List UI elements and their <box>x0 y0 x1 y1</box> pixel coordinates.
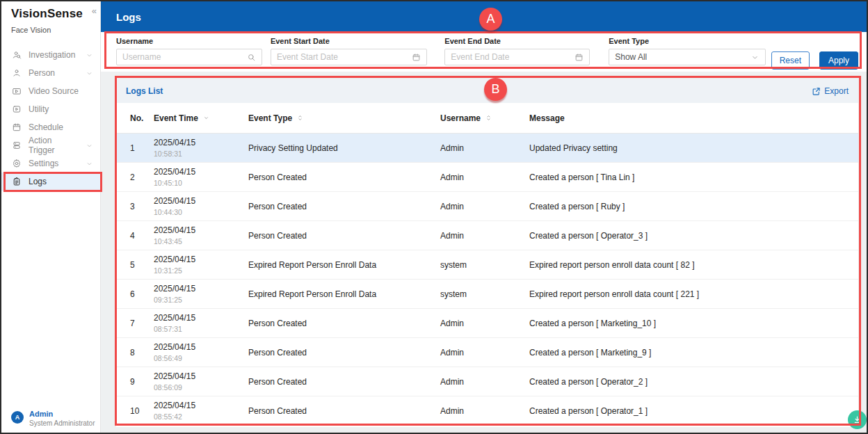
table-row[interactable]: 2 2025/04/15 10:45:10 Person Created Adm… <box>116 163 858 192</box>
row-number: 5 <box>130 260 154 270</box>
filter-bar: Username Event Start Date Event End Date <box>101 32 867 72</box>
event-clock: 08:57:31 <box>154 325 241 333</box>
main-content: Logs Username Event Start Date Event End… <box>101 1 867 433</box>
event-clock: 08:56:49 <box>154 354 241 362</box>
row-number: 4 <box>130 231 154 241</box>
username-label: Username <box>116 37 262 45</box>
event-clock: 10:31:25 <box>154 266 241 275</box>
table-row[interactable]: 1 2025/04/15 10:58:31 Privacy Setting Up… <box>116 134 858 163</box>
table-row[interactable]: 7 2025/04/15 08:57:31 Person Created Adm… <box>116 309 858 338</box>
table-row[interactable]: 8 2025/04/15 08:56:49 Person Created Adm… <box>116 338 858 367</box>
chevron-down-icon <box>86 160 93 168</box>
message-cell: Expired report person enroll data count … <box>529 260 849 270</box>
username-cell: system <box>440 289 529 299</box>
event-clock: 10:43:45 <box>154 237 241 246</box>
table-row[interactable]: 5 2025/04/15 10:31:25 Expired Report Per… <box>116 250 858 280</box>
column-header-event-type[interactable]: Event Type <box>248 113 440 123</box>
event-type-cell: Expired Report Person Enroll Data <box>248 260 440 270</box>
table-row[interactable]: 6 2025/04/15 09:31:25 Expired Report Per… <box>116 280 858 309</box>
event-clock: 10:45:10 <box>154 179 241 187</box>
search-icon <box>247 53 256 62</box>
logs-list-header: Logs List Export <box>116 79 858 103</box>
event-type-cell: Person Created <box>248 172 440 182</box>
user-account[interactable]: A Admin System Administrator <box>11 410 95 427</box>
filter-end-date: Event End Date <box>444 37 590 72</box>
event-date: 2025/04/15 <box>154 401 241 410</box>
filter-start-date: Event Start Date <box>271 37 427 72</box>
table-row[interactable]: 9 2025/04/15 08:56:09 Person Created Adm… <box>116 367 858 396</box>
row-number: 2 <box>130 172 154 182</box>
event-time-cell: 2025/04/15 10:45:10 <box>154 167 248 187</box>
event-date: 2025/04/15 <box>154 225 241 235</box>
sort-both-icon <box>296 113 304 122</box>
event-time-cell: 2025/04/15 08:57:31 <box>154 313 248 333</box>
username-cell: Admin <box>440 143 529 153</box>
sidebar-item-schedule[interactable]: Schedule <box>1 118 100 136</box>
sidebar-item-action-trigger[interactable]: Action Trigger <box>1 136 100 154</box>
table-row[interactable]: 4 2025/04/15 10:43:45 Person Created Adm… <box>116 221 858 250</box>
sidebar-collapse-icon[interactable]: « <box>92 6 97 15</box>
column-header-no[interactable]: No. <box>130 113 154 123</box>
username-cell: Admin <box>440 202 529 211</box>
event-type-select[interactable]: Show All <box>609 49 765 65</box>
sidebar-item-video-source[interactable]: Video Source <box>1 82 100 100</box>
sidebar-item-label: Utility <box>29 104 49 114</box>
chevron-down-icon <box>86 142 93 150</box>
event-clock: 10:58:31 <box>154 150 241 158</box>
username-cell: Admin <box>440 406 529 416</box>
column-header-event-time[interactable]: Event Time <box>154 113 248 123</box>
event-date: 2025/04/15 <box>154 196 241 206</box>
sidebar-item-person[interactable]: Person <box>1 64 100 82</box>
event-type-cell: Person Created <box>248 319 440 328</box>
table-row[interactable]: 3 2025/04/15 10:44:30 Person Created Adm… <box>116 192 858 221</box>
message-cell: Created a person [ Ruby ] <box>529 202 849 211</box>
brand: VisionSense Face Vision <box>1 1 100 34</box>
username-input[interactable] <box>122 52 243 62</box>
column-header-label: Message <box>529 113 565 123</box>
action-trigger-icon <box>12 140 22 150</box>
scroll-down-fab[interactable] <box>848 410 867 429</box>
event-date: 2025/04/15 <box>154 138 241 147</box>
app-title: VisionSense <box>11 7 92 21</box>
column-header-label: Event Type <box>248 113 292 123</box>
event-date: 2025/04/15 <box>154 371 241 381</box>
sidebar: VisionSense Face Vision « Investigation … <box>1 1 101 433</box>
row-number: 9 <box>130 377 154 387</box>
message-cell: Created a person [ Marketing_10 ] <box>529 319 849 328</box>
event-clock: 08:56:09 <box>154 383 241 392</box>
message-cell: Created a person [ Marketing_9 ] <box>529 348 849 357</box>
sidebar-item-settings[interactable]: Settings <box>1 154 100 172</box>
avatar: A <box>11 411 24 424</box>
calendar-icon <box>412 53 421 62</box>
event-type-cell: Person Created <box>248 231 440 241</box>
event-type-cell: Person Created <box>248 348 440 357</box>
event-type-cell: Person Created <box>248 406 440 416</box>
settings-icon <box>12 159 22 168</box>
arrow-down-to-line-icon <box>853 415 862 424</box>
column-header-username[interactable]: Username <box>440 113 529 123</box>
sidebar-item-label: Investigation <box>29 50 75 60</box>
app-subtitle: Face Vision <box>11 26 92 34</box>
event-date: 2025/04/15 <box>154 284 241 294</box>
sidebar-item-label: Action Trigger <box>29 136 79 155</box>
apply-button[interactable]: Apply <box>819 51 858 70</box>
sidebar-nav: Investigation Person Video Source <box>1 46 100 191</box>
sidebar-item-logs[interactable]: Logs <box>1 172 100 191</box>
sidebar-item-utility[interactable]: Utility <box>1 100 100 118</box>
app-window: VisionSense Face Vision « Investigation … <box>0 0 868 434</box>
logs-icon <box>12 177 22 186</box>
calendar-icon <box>574 53 584 62</box>
logs-list-title: Logs List <box>126 86 163 96</box>
table-row[interactable]: 10 2025/04/15 08:55:42 Person Created Ad… <box>116 396 858 426</box>
investigation-icon <box>12 50 22 60</box>
event-type-label: Event Type <box>609 37 765 45</box>
column-header-message[interactable]: Message <box>529 113 849 123</box>
reset-button[interactable]: Reset <box>771 51 810 70</box>
end-date-input[interactable] <box>451 52 570 62</box>
start-date-label: Event Start Date <box>271 37 427 45</box>
export-button[interactable]: Export <box>812 86 849 96</box>
event-date: 2025/04/15 <box>154 342 241 352</box>
username-cell: Admin <box>440 377 529 387</box>
start-date-input[interactable] <box>277 52 408 62</box>
sidebar-item-investigation[interactable]: Investigation <box>1 46 100 64</box>
